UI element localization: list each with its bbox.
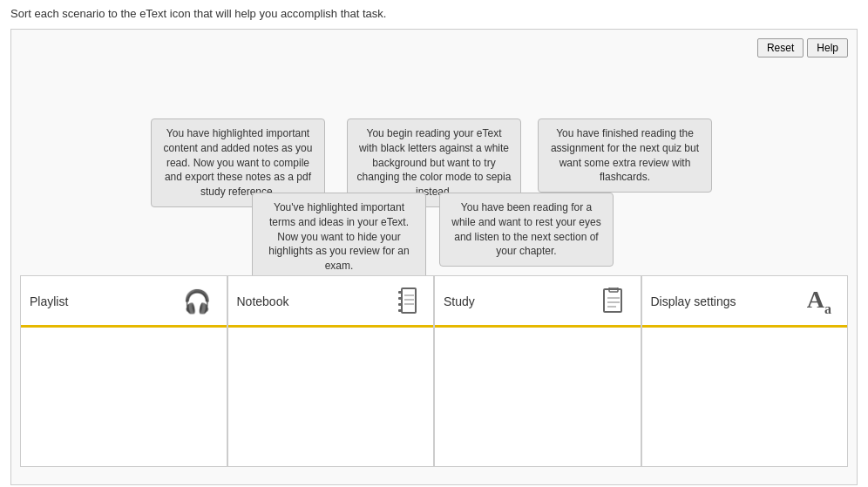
drop-zone-display[interactable]: Display settings Aa — [641, 275, 849, 467]
playlist-divider — [21, 325, 227, 328]
playlist-label: Playlist — [30, 294, 68, 308]
display-icon: Aa — [807, 287, 831, 316]
study-icon — [602, 287, 625, 316]
display-label: Display settings — [651, 294, 736, 308]
study-divider — [435, 325, 641, 328]
drop-zone-header-study: Study — [435, 276, 641, 320]
drop-zone-header-display: Display settings Aa — [642, 276, 848, 320]
headphone-icon: 🎧 — [183, 288, 211, 315]
drop-zones-area: Playlist 🎧 Notebook — [20, 275, 848, 467]
help-button[interactable]: Help — [807, 38, 848, 57]
drop-zone-notebook[interactable]: Notebook — [227, 275, 435, 467]
svg-rect-3 — [398, 303, 403, 306]
notebook-divider — [228, 325, 434, 328]
drop-zone-study[interactable]: Study — [434, 275, 641, 467]
svg-rect-8 — [604, 289, 621, 312]
notebook-icon — [398, 287, 417, 316]
top-buttons: Reset Help — [20, 38, 848, 57]
svg-rect-4 — [398, 309, 403, 312]
main-container: Reset Help You have highlighted importan… — [10, 29, 858, 485]
drop-zone-header-playlist: Playlist 🎧 — [21, 276, 227, 320]
page-container: Sort each scenario to the eText icon tha… — [0, 0, 868, 487]
scenarios-area: You have highlighted important content a… — [20, 66, 848, 267]
instruction-text: Sort each scenario to the eText icon tha… — [10, 7, 858, 20]
scenario-card-s5[interactable]: You have been reading for a while and wa… — [439, 193, 614, 267]
drop-zone-header-notebook: Notebook — [228, 276, 434, 320]
svg-rect-1 — [398, 291, 403, 294]
reset-button[interactable]: Reset — [757, 38, 804, 57]
scenario-card-s4[interactable]: You've highlighted important terms and i… — [252, 193, 426, 281]
svg-rect-0 — [402, 288, 416, 313]
study-label: Study — [444, 294, 475, 308]
notebook-label: Notebook — [237, 294, 289, 308]
display-divider — [642, 325, 848, 328]
drop-zone-playlist[interactable]: Playlist 🎧 — [20, 275, 227, 467]
scenario-card-s3[interactable]: You have finished reading the assignment… — [538, 118, 712, 193]
svg-rect-2 — [398, 297, 403, 300]
